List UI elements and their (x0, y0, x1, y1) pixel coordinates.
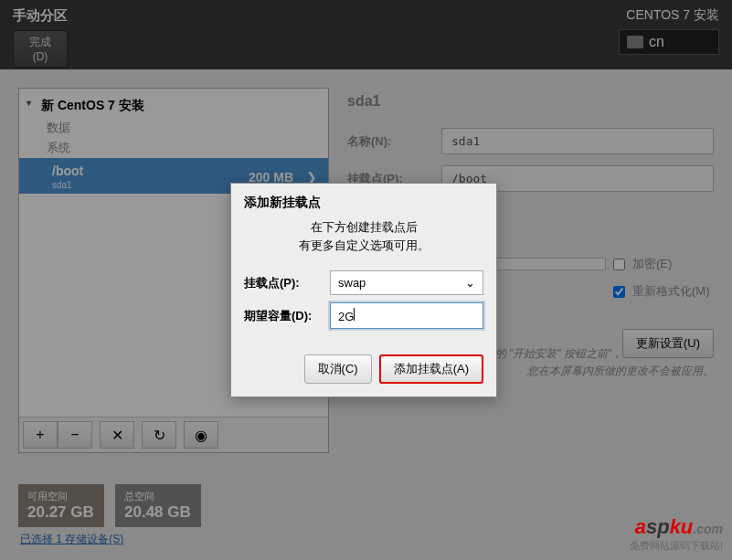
dialog-mount-select[interactable]: swap ⌄ (330, 270, 483, 295)
watermark: aspku.com 免费网站源码下载站! (630, 515, 723, 553)
dialog-subtitle: 在下方创建挂载点后有更多自定义选项可用。 (231, 215, 496, 267)
dialog-size-input[interactable]: 2G (330, 302, 483, 329)
dialog-size-label: 期望容量(D): (244, 308, 323, 324)
dialog-mount-label: 挂载点(P): (244, 275, 323, 291)
chevron-down-icon: ⌄ (465, 276, 475, 290)
dialog-title: 添加新挂载点 (231, 184, 496, 215)
add-mountpoint-button[interactable]: 添加挂载点(A) (379, 354, 483, 384)
add-mountpoint-dialog: 添加新挂载点 在下方创建挂载点后有更多自定义选项可用。 挂载点(P): swap… (230, 183, 497, 397)
cancel-button[interactable]: 取消(C) (304, 354, 372, 384)
